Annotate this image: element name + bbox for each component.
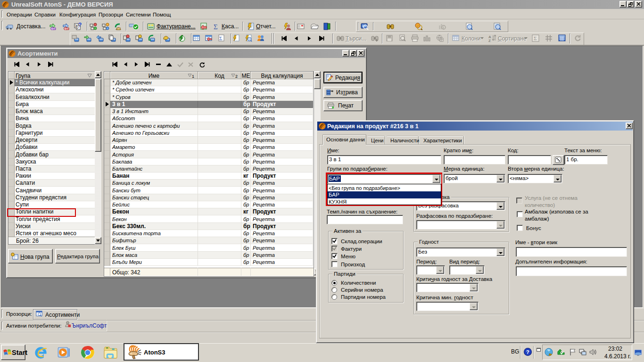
svg-text:?: ? — [78, 23, 82, 28]
svg-text:Σ: Σ — [534, 35, 537, 41]
svg-text:Σ: Σ — [219, 35, 222, 41]
svg-text:1: 1 — [192, 74, 194, 78]
svg-text:Z: Z — [488, 39, 491, 42]
svg-text:2: 2 — [235, 74, 238, 78]
svg-text:!: ! — [549, 353, 550, 356]
svg-text:?: ? — [526, 349, 529, 355]
svg-text:Σ: Σ — [214, 23, 218, 30]
